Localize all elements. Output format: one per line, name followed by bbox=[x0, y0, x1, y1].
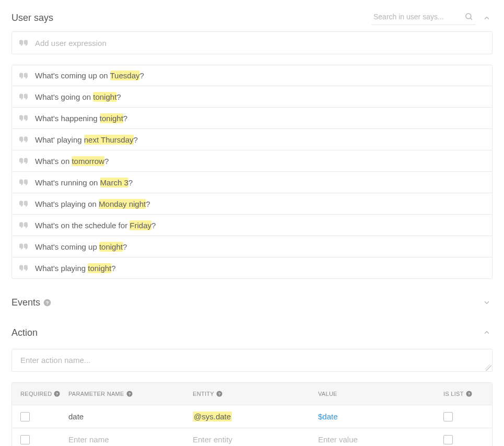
expression-row[interactable]: What's going on tonight? bbox=[11, 86, 493, 108]
col-is-list: IS LIST ? bbox=[443, 391, 484, 397]
search-icon bbox=[464, 12, 474, 21]
param-entity-cell[interactable]: @sys.date bbox=[193, 412, 318, 421]
svg-point-0 bbox=[466, 14, 471, 19]
entity-highlight[interactable]: tonight bbox=[93, 92, 116, 102]
entity-highlight[interactable]: Tuesday bbox=[110, 71, 140, 80]
expression-text: What's coming up tonight? bbox=[35, 242, 127, 251]
collapse-action-icon[interactable] bbox=[481, 327, 493, 338]
col-entity-label: ENTITY bbox=[193, 391, 214, 397]
col-value: VALUE bbox=[318, 391, 443, 397]
user-says-header: User says bbox=[11, 8, 493, 31]
svg-text:?: ? bbox=[46, 300, 49, 305]
expression-text: What's playing tonight? bbox=[35, 264, 116, 273]
parameter-header-row: REQUIRED ? PARAMETER NAME ? ENTITY ? VAL… bbox=[12, 383, 492, 405]
quote-icon bbox=[19, 265, 29, 271]
entity-highlight[interactable]: Friday bbox=[130, 220, 151, 230]
help-icon[interactable]: ? bbox=[216, 391, 222, 397]
action-title-text: Action bbox=[11, 327, 38, 338]
expand-events-icon[interactable] bbox=[481, 297, 493, 308]
parameter-row: date@sys.date$date bbox=[12, 405, 492, 428]
resize-handle-icon[interactable] bbox=[485, 365, 491, 371]
col-required: REQUIRED ? bbox=[20, 391, 68, 397]
parameter-table: REQUIRED ? PARAMETER NAME ? ENTITY ? VAL… bbox=[11, 382, 493, 446]
expression-text: What's coming up on Tuesday? bbox=[35, 71, 144, 80]
expression-text: What's playing on Monday night? bbox=[35, 199, 150, 208]
expression-list: What's coming up on Tuesday?What's going… bbox=[11, 65, 493, 279]
search-input[interactable] bbox=[373, 13, 464, 21]
svg-line-1 bbox=[470, 18, 472, 20]
quote-icon bbox=[19, 40, 29, 46]
entity-highlight[interactable]: tonight bbox=[99, 242, 123, 252]
svg-text:?: ? bbox=[467, 392, 470, 396]
add-expression-input[interactable] bbox=[35, 39, 485, 48]
expression-text: What's on tomorrow? bbox=[35, 157, 109, 166]
add-expression-row[interactable] bbox=[11, 31, 493, 54]
is-list-checkbox[interactable] bbox=[443, 435, 453, 444]
svg-text:?: ? bbox=[218, 392, 220, 396]
action-name-input[interactable] bbox=[20, 355, 484, 366]
col-is-list-label: IS LIST bbox=[443, 391, 464, 397]
expression-text: What's running on March 3? bbox=[35, 178, 133, 187]
param-entity-cell[interactable]: Enter entity bbox=[193, 435, 318, 444]
expression-text: What' playing next Thursday? bbox=[35, 135, 138, 144]
expression-row[interactable]: What's running on March 3? bbox=[11, 172, 493, 193]
quote-icon bbox=[19, 158, 29, 164]
collapse-user-says-icon[interactable] bbox=[481, 13, 493, 24]
quote-icon bbox=[19, 136, 29, 143]
expression-row[interactable]: What's on tomorrow? bbox=[11, 150, 493, 172]
expression-row[interactable]: What's happening tonight? bbox=[11, 108, 493, 129]
expression-row[interactable]: What's on the schedule for Friday? bbox=[11, 215, 493, 236]
entity-highlight[interactable]: tonight bbox=[88, 263, 111, 273]
action-name-wrap[interactable] bbox=[11, 349, 493, 372]
quote-icon bbox=[19, 222, 29, 228]
entity-highlight[interactable]: tonight bbox=[100, 113, 123, 123]
col-param-name: PARAMETER NAME ? bbox=[68, 391, 193, 397]
quote-icon bbox=[19, 243, 29, 250]
is-list-checkbox[interactable] bbox=[443, 412, 453, 421]
action-header: Action bbox=[11, 324, 493, 345]
help-icon[interactable]: ? bbox=[54, 391, 60, 397]
help-icon[interactable]: ? bbox=[466, 391, 472, 397]
parameter-row: Enter nameEnter entityEnter value bbox=[12, 428, 492, 446]
entity-highlight[interactable]: Monday night bbox=[99, 199, 146, 209]
expression-row[interactable]: What's playing on Monday night? bbox=[11, 193, 493, 215]
expression-text: What's on the schedule for Friday? bbox=[35, 221, 156, 230]
svg-text:?: ? bbox=[128, 392, 131, 396]
quote-icon bbox=[19, 201, 29, 207]
help-icon[interactable]: ? bbox=[126, 391, 133, 397]
expression-text: What's happening tonight? bbox=[35, 114, 127, 123]
events-header: Events ? bbox=[11, 294, 493, 314]
required-checkbox[interactable] bbox=[20, 412, 30, 421]
quote-icon bbox=[19, 115, 29, 121]
events-title-text: Events bbox=[11, 297, 40, 308]
user-says-title-text: User says bbox=[11, 13, 53, 24]
entity-highlight[interactable]: tomorrow bbox=[72, 156, 104, 166]
col-required-label: REQUIRED bbox=[20, 391, 52, 397]
entity-highlight[interactable]: next Thursday bbox=[84, 135, 134, 145]
entity-highlight[interactable]: March 3 bbox=[100, 178, 128, 187]
col-entity: ENTITY ? bbox=[193, 391, 318, 397]
quote-icon bbox=[19, 73, 29, 79]
param-value-cell[interactable]: Enter value bbox=[318, 435, 443, 444]
col-value-label: VALUE bbox=[318, 391, 337, 397]
quote-icon bbox=[19, 93, 29, 100]
help-icon[interactable]: ? bbox=[43, 299, 51, 307]
expression-row[interactable]: What's coming up on Tuesday? bbox=[11, 65, 493, 86]
events-title: Events ? bbox=[11, 297, 51, 308]
expression-row[interactable]: What's coming up tonight? bbox=[11, 236, 493, 257]
param-name-cell[interactable]: date bbox=[68, 412, 193, 421]
expression-row[interactable]: What' playing next Thursday? bbox=[11, 129, 493, 150]
param-value-cell[interactable]: $date bbox=[318, 412, 443, 421]
user-says-search[interactable] bbox=[371, 11, 476, 25]
col-param-name-label: PARAMETER NAME bbox=[68, 391, 124, 397]
quote-icon bbox=[19, 179, 29, 185]
required-checkbox[interactable] bbox=[20, 435, 30, 444]
svg-text:?: ? bbox=[56, 392, 58, 396]
expression-text: What's going on tonight? bbox=[35, 92, 121, 101]
param-name-cell[interactable]: Enter name bbox=[68, 435, 193, 444]
action-title: Action bbox=[11, 327, 38, 338]
expression-row[interactable]: What's playing tonight? bbox=[11, 257, 493, 279]
user-says-title: User says bbox=[11, 13, 53, 24]
